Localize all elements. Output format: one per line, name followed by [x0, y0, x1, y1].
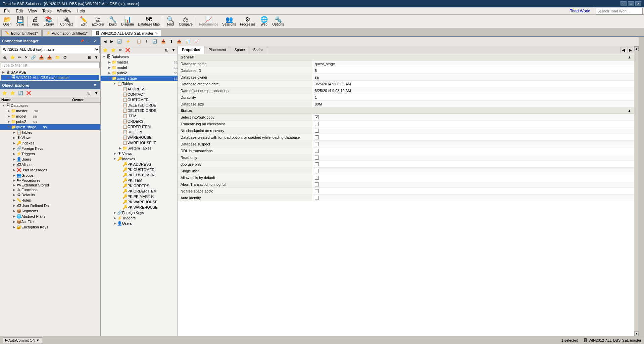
cm-close-button[interactable]: ✕	[92, 38, 98, 44]
schema-btn7[interactable]: 📊	[184, 39, 192, 44]
mt-dropdown-button[interactable]: ▼	[170, 47, 177, 53]
scroll-up-button[interactable]: ▲	[634, 46, 639, 51]
oe-user-messages[interactable]: ▶ ❌ User Messages	[0, 167, 100, 173]
mt-btn4[interactable]: ❌	[124, 47, 132, 53]
tab-win2012[interactable]: 🗄 WIN2012-ALL-DBS (sa), master ✕	[92, 30, 161, 36]
mt-deleted-orde-1[interactable]: 📋 DELETED ORDE	[101, 102, 178, 108]
connection-selector[interactable]: WIN2012-ALL-DBS (sa), master	[1, 46, 100, 53]
cm-connect2-button[interactable]: 🔗	[30, 54, 37, 60]
mt-views[interactable]: ▶ 👁 Views	[101, 151, 178, 156]
oe-tables[interactable]: ▶ 📋 Tables	[0, 130, 100, 135]
cm-new-button[interactable]: 🔌	[1, 54, 8, 60]
mt-warehouse[interactable]: 📋 WAREHOUSE	[101, 135, 178, 140]
mt-pk-warehouse-1[interactable]: 🔑 PK WAREHOUSE	[101, 199, 178, 205]
tab-automation[interactable]: ⚡ Automation Untitled1*	[42, 30, 91, 36]
tab-editor[interactable]: ✏️ Editor Untitled1*	[1, 30, 42, 36]
cm-folder-button[interactable]: 📁	[54, 54, 61, 60]
mt-btn2[interactable]: ⭐	[109, 47, 117, 53]
save-button[interactable]: 💾 Save	[14, 15, 26, 27]
refresh-button[interactable]: 🔄	[115, 39, 123, 44]
props-expand-right[interactable]: ▶	[628, 47, 633, 53]
mt-quest-stage[interactable]: ▼ 📁 quest_stage sa	[101, 76, 178, 81]
search-input[interactable]	[596, 8, 643, 14]
oe-dropdown-button[interactable]: ▼	[93, 90, 100, 96]
mt-pk-item[interactable]: 🔑 PK ITEM	[101, 178, 178, 183]
nav-forward-button[interactable]: ▶	[109, 39, 115, 44]
mt-pk-warehouse-2[interactable]: 🔑 PK WAREHOUSE	[101, 205, 178, 210]
schema-btn8[interactable]: 📈	[193, 39, 201, 44]
schema-btn3[interactable]: 🔄	[151, 39, 159, 44]
mt-pk-primary-k[interactable]: 🔑 PK PRIMARY K	[101, 194, 178, 199]
cm-gold-button[interactable]: ⭐	[9, 54, 16, 60]
oe-quest-stage[interactable]: ▼ 📁 quest_stage sa	[0, 124, 100, 130]
cm-settings-button[interactable]: ⚙	[62, 54, 68, 60]
oe-groups[interactable]: ▶ 👥 Groups	[0, 173, 100, 178]
minimize-button[interactable]: ─	[621, 1, 627, 6]
general-section-header[interactable]: General ▲	[178, 54, 634, 60]
oe-databases[interactable]: ▼ 🗄 Databases	[0, 103, 100, 108]
cm-minimize-button[interactable]: ─	[86, 38, 92, 44]
build-button[interactable]: 🔧 Build	[107, 15, 119, 27]
oe-model[interactable]: ▶ 📁 model sa	[0, 114, 100, 119]
oe-procedures[interactable]: ▶ Po Procedures	[0, 178, 100, 183]
menu-window[interactable]: Window	[54, 8, 74, 14]
tab-space[interactable]: Space	[230, 46, 249, 54]
mt-pk-customer-1[interactable]: 🔑 PK CUSTOMER	[101, 167, 178, 172]
mt-triggers[interactable]: ▶ ⚡ Triggers	[101, 215, 178, 221]
oe-indexes[interactable]: ▶ 🔑 Indexes	[0, 140, 100, 146]
library-button[interactable]: 📚 Library	[42, 15, 56, 27]
mt-indexes[interactable]: ▼ 🔑 Indexes	[101, 156, 178, 162]
oe-jar-files[interactable]: ▶ 📦 Jar Files	[0, 219, 100, 224]
oe-star-button[interactable]: ⭐	[1, 90, 8, 96]
oe-functions[interactable]: ▶ fo Functions	[0, 187, 100, 192]
oe-pubs2[interactable]: ▶ 📁 pubs2 sa	[0, 119, 100, 124]
nav-back-button[interactable]: ◀	[102, 39, 108, 44]
props-expand-left[interactable]: ◀	[621, 47, 626, 53]
filter-input[interactable]	[1, 62, 100, 68]
oe-delete-button[interactable]: ❌	[25, 90, 33, 96]
mt-warehouse-it[interactable]: 📋 WAREHOUSE IT	[101, 140, 178, 145]
oe-foreign-keys[interactable]: ▶ 🔗 Foreign Keys	[0, 146, 100, 151]
mt-pk-customer-2[interactable]: 🔑 PK CUSTOMER	[101, 172, 178, 178]
oe-encryption-keys[interactable]: ▶ 🔐 Encryption Keys	[0, 224, 100, 230]
mt-orders[interactable]: 📋 ORDERS	[101, 119, 178, 124]
schema-browser-button[interactable]: 📋	[135, 39, 143, 44]
oe-segments[interactable]: ▶ 📦 Segments	[0, 208, 100, 214]
performance-button[interactable]: 📈 Performance	[197, 15, 220, 27]
connect-button[interactable]: 🔌 Connect	[59, 15, 75, 27]
status-section-header[interactable]: Status ▲	[178, 108, 634, 114]
oe-views[interactable]: ▶ 👁 Views	[0, 135, 100, 140]
restore-button[interactable]: □	[628, 1, 634, 6]
cm-expand-button[interactable]: ▼	[93, 54, 100, 60]
tab-properties[interactable]: Properties	[178, 46, 204, 54]
toad-world-link[interactable]: Toad World	[570, 9, 590, 13]
menu-tools[interactable]: Tools	[40, 8, 54, 14]
sessions-button[interactable]: 👥 Sessions	[220, 15, 238, 27]
options-button[interactable]: 🔩 Options	[271, 15, 286, 27]
print-button[interactable]: 🖨 Print	[29, 15, 41, 27]
oe-user-defined-da[interactable]: ▶ 🏷 User Defined Da	[0, 203, 100, 208]
diagram-button[interactable]: 📊 Diagram	[119, 15, 136, 27]
find-button[interactable]: 🔍 Find	[164, 15, 177, 27]
schema-btn5[interactable]: ⬆	[168, 39, 175, 44]
mt-pk-order-item[interactable]: 🔑 PK ORDER ITEM	[101, 188, 178, 194]
tab-script[interactable]: Script	[249, 46, 267, 54]
tab-placement[interactable]: Placement	[204, 46, 230, 54]
processes-button[interactable]: ⚙ Processes	[238, 15, 257, 27]
menu-help[interactable]: Help	[74, 8, 88, 14]
edit-button[interactable]: ✏️ Edit	[78, 15, 90, 27]
mt-pk-address[interactable]: 🔑 PK ADDRESS	[101, 162, 178, 167]
schema-btn2[interactable]: ⬇	[144, 39, 150, 44]
cm-delete-button[interactable]: ✕	[23, 54, 29, 60]
mt-model[interactable]: ▶ 📁 model sa	[101, 65, 178, 70]
tree-item-win2012[interactable]: ▶ 🗄 WIN2012-ALL-DBS (sa), master	[1, 75, 99, 80]
oe-aliases[interactable]: ▶ 🏷 Aliases	[0, 162, 100, 167]
oe-expand-button[interactable]: ▼	[92, 82, 98, 88]
mt-grid-button[interactable]: ⊞	[164, 47, 170, 53]
cm-grid-view-button[interactable]: ⊞	[87, 54, 93, 60]
tree-item-sap-ase[interactable]: ▶ 🖥 SAP ASE	[1, 70, 99, 75]
schema-btn4[interactable]: 📥	[159, 39, 167, 44]
database-map-button[interactable]: 🗺 Database Map	[136, 15, 161, 27]
autocommit-button[interactable]: ▶ AutoCommit ON ▼	[3, 337, 42, 343]
mt-master[interactable]: ▶ 📁 master sa	[101, 59, 178, 65]
